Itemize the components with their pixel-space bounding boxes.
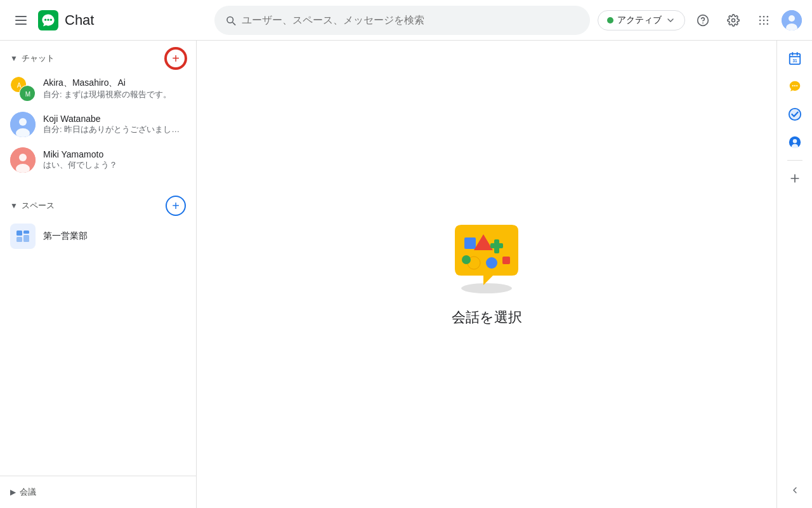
right-panel: 31	[776, 41, 812, 508]
help-button[interactable]	[690, 8, 716, 33]
chat-section-left: ▼ チャット	[10, 53, 55, 64]
svg-point-45	[794, 85, 795, 86]
hamburger-menu[interactable]	[10, 11, 32, 30]
help-icon	[697, 14, 709, 27]
svg-point-23	[19, 118, 27, 126]
svg-rect-36	[490, 243, 503, 248]
empty-state-title: 会話を選択	[452, 308, 522, 327]
status-button[interactable]: アクティブ	[598, 10, 685, 30]
topbar-right: アクティブ	[598, 8, 802, 33]
status-dot	[607, 17, 613, 23]
contacts-panel-icon[interactable]	[782, 130, 808, 155]
chat-chevron-icon: ▼	[10, 54, 18, 63]
svg-point-46	[796, 85, 797, 86]
svg-point-12	[759, 23, 761, 25]
chevron-down-icon	[665, 15, 676, 25]
spaces-section-header: ▼ スペース +	[0, 188, 196, 218]
chat-avatar-miki	[10, 147, 36, 173]
chat-item-miki[interactable]: Miki Yamamoto はい、何でしょう？	[0, 142, 191, 178]
gear-icon	[727, 14, 740, 27]
chat-name: Miki Yamamoto	[43, 149, 181, 159]
topbar: Chat アクティブ	[0, 0, 812, 41]
spaces-section-left: ▼ スペース	[10, 200, 55, 211]
svg-rect-39	[502, 257, 510, 264]
meetings-label: 会議	[20, 486, 36, 498]
chat-preview: 自分: まずは現場視察の報告です。	[43, 89, 181, 100]
space-name: 第一営業部	[43, 231, 88, 242]
chat-name: Akira、Masahiro、Ai	[43, 77, 181, 89]
svg-point-7	[763, 15, 765, 17]
topbar-left: Chat	[10, 10, 207, 30]
meetings-header[interactable]: ▶ 会議	[0, 479, 196, 505]
svg-rect-29	[23, 231, 29, 234]
sidebar-spacer	[0, 254, 196, 476]
user-avatar-img	[782, 10, 802, 30]
svg-point-14	[767, 23, 769, 25]
right-panel-divider	[787, 160, 802, 161]
svg-point-10	[763, 19, 765, 21]
app-title: Chat	[65, 12, 94, 29]
svg-point-44	[792, 85, 793, 86]
chat-section-header: ▼ チャット +	[0, 41, 196, 71]
search-input[interactable]	[242, 15, 580, 26]
svg-point-51	[791, 144, 797, 149]
chat-info-akira: Akira、Masahiro、Ai 自分: まずは現場視察の報告です。	[43, 77, 181, 100]
svg-rect-28	[16, 231, 22, 236]
spaces-chevron-icon: ▼	[10, 201, 18, 210]
svg-text:M: M	[25, 91, 30, 98]
svg-point-13	[763, 23, 765, 25]
chat-item-akira[interactable]: A M Akira、Masahiro、Ai 自分: まずは現場視察の報告です。	[0, 71, 191, 107]
search-icon	[225, 14, 237, 27]
grid-icon	[757, 14, 770, 27]
search-bar[interactable]	[214, 6, 590, 35]
tasks-panel-icon[interactable]	[782, 102, 808, 127]
svg-point-2	[47, 18, 49, 20]
svg-point-3	[50, 18, 52, 20]
chat-section-label: チャット	[22, 53, 55, 64]
main-layout: ▼ チャット + A M Akira、Masahiro、Ai 自分: まずは現場…	[0, 41, 812, 508]
apps-button[interactable]	[751, 8, 776, 33]
svg-rect-33	[464, 237, 476, 249]
new-space-button[interactable]: +	[166, 196, 186, 216]
svg-point-32	[461, 283, 512, 293]
svg-point-16	[789, 15, 795, 22]
chat-item-koji[interactable]: Koji Watanabe 自分: 昨日はありがとうございました…	[0, 107, 191, 142]
svg-point-38	[486, 257, 497, 269]
svg-rect-31	[23, 235, 29, 242]
right-panel-bottom	[782, 478, 808, 503]
svg-point-9	[759, 19, 761, 21]
svg-point-11	[767, 19, 769, 21]
space-icon	[10, 224, 36, 249]
svg-point-6	[759, 15, 761, 17]
add-panel-button[interactable]	[782, 166, 808, 191]
empty-state: 会話を選択	[442, 222, 531, 327]
chat-avatar-group: A M	[10, 76, 36, 102]
expand-panel-button[interactable]	[782, 478, 808, 503]
svg-point-50	[792, 139, 796, 143]
space-item-daiichi[interactable]: 第一営業部	[0, 218, 191, 254]
status-label: アクティブ	[617, 15, 662, 26]
spaces-section-label: スペース	[22, 200, 55, 211]
settings-button[interactable]	[721, 8, 746, 33]
chat-info-koji: Koji Watanabe 自分: 昨日はありがとうございました…	[43, 114, 181, 135]
chat-info-miki: Miki Yamamoto はい、何でしょう？	[43, 149, 181, 171]
chat-illustration	[442, 222, 531, 298]
meetings-section: ▶ 会議	[0, 476, 196, 508]
chat-name: Koji Watanabe	[43, 114, 181, 124]
svg-point-1	[44, 18, 46, 20]
app-logo	[38, 10, 58, 30]
avatar[interactable]	[782, 10, 802, 30]
meetings-chevron-icon: ▶	[10, 488, 16, 497]
calendar-panel-icon[interactable]: 31	[782, 46, 808, 71]
chat-panel-icon[interactable]	[782, 74, 808, 99]
svg-point-40	[462, 255, 471, 264]
svg-point-8	[767, 15, 769, 17]
svg-point-5	[732, 18, 735, 22]
new-chat-button[interactable]: +	[166, 48, 186, 69]
content-area: 会話を選択	[197, 41, 776, 508]
svg-rect-30	[16, 237, 22, 242]
chat-preview: 自分: 昨日はありがとうございました…	[43, 124, 181, 135]
sidebar: ▼ チャット + A M Akira、Masahiro、Ai 自分: まずは現場…	[0, 41, 197, 508]
chat-avatar-koji	[10, 112, 36, 137]
svg-point-26	[19, 154, 27, 161]
